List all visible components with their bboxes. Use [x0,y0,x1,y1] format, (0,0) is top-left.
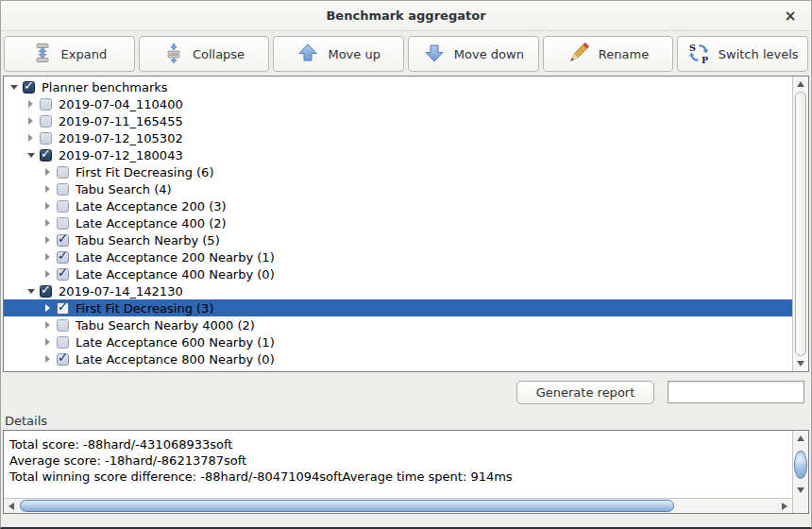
tree-checkbox[interactable] [57,319,69,332]
tree-checkbox[interactable] [57,234,69,247]
tree-checkbox[interactable] [57,353,69,366]
tree-row-label: Tabu Search Nearby (5) [76,233,220,247]
tree-row[interactable]: Tabu Search Nearby 4000 (2) [4,316,792,333]
tree-expander-icon[interactable] [25,117,37,125]
tree-expander-icon[interactable] [42,304,54,312]
tree-row[interactable]: 2019-07-12_180043 [4,146,792,163]
collapse-button-label: Collapse [193,47,245,61]
tree-checkbox[interactable] [57,336,69,349]
tree-expander-icon[interactable] [8,85,20,90]
tree-checkbox[interactable] [40,149,52,162]
move-up-button[interactable]: Move up [273,36,404,72]
collapse-icon [163,43,184,66]
tree-row[interactable]: Late Acceptance 200 (3) [4,197,792,214]
tree-row-label: Late Acceptance 400 Nearby (0) [76,267,275,282]
tree-expander-icon[interactable] [42,253,54,261]
tree-checkbox[interactable] [23,81,35,94]
details-hscroll-thumb[interactable] [20,500,674,512]
tree-checkbox[interactable] [57,183,69,196]
tree-expander-icon[interactable] [42,355,54,363]
tree-row[interactable]: First Fit Decreasing (6) [4,163,792,180]
tree-row[interactable]: 2019-07-11_165455 [4,112,792,129]
tree-expander-icon[interactable] [42,202,54,210]
tree-row-label: Late Acceptance 200 (3) [76,199,227,213]
tree-row-label: 2019-07-11_165455 [59,114,183,128]
tree-row[interactable]: Late Acceptance 200 Nearby (1) [4,248,792,265]
tree-expander-icon[interactable] [25,153,37,158]
switch-levels-button[interactable]: S P Switch levels [677,36,808,72]
tree-row[interactable]: Late Acceptance 800 Nearby (0) [4,350,792,367]
scroll-up-icon[interactable] [793,77,808,92]
rename-icon [567,42,590,67]
tree-row-label: First Fit Decreasing (3) [76,301,213,316]
tree-row[interactable]: Planner benchmarks [4,78,792,95]
tree-row[interactable]: 2019-07-12_105302 [4,129,792,146]
tree-expander-icon[interactable] [25,289,37,294]
tree-row-label: Tabu Search Nearby 4000 (2) [76,318,255,333]
details-vertical-scrollbar[interactable] [792,431,808,513]
details-scroll-left-icon[interactable] [4,499,19,513]
tree-row-label: Planner benchmarks [42,80,168,94]
tree-row[interactable]: 2019-07-04_110400 [4,95,792,112]
tree-row-label: Late Acceptance 400 (2) [76,216,227,230]
tree-vertical-scrollbar[interactable] [792,77,808,371]
tree-row-label: 2019-07-04_110400 [59,97,183,111]
tree-rows: Planner benchmarks 2019-07-04_110400 201… [4,77,792,371]
tree-expander-icon[interactable] [25,134,37,142]
rename-button-label: Rename [599,47,649,61]
switch-levels-button-label: Switch levels [719,47,799,61]
details-vscroll-thumb[interactable] [794,451,807,479]
tree-checkbox[interactable] [40,285,52,298]
expand-button[interactable]: Expand [4,36,135,72]
expand-icon [32,43,53,66]
tree-expander-icon[interactable] [42,219,54,227]
tree-expander-icon[interactable] [25,100,37,108]
details-text: Total score: -88hard/-431068933soft Aver… [4,431,792,498]
switch-levels-icon: S P [687,42,710,67]
tree-expander-icon[interactable] [42,321,54,329]
move-up-button-label: Move up [328,47,381,61]
tree-row-label: 2019-07-12_180043 [59,148,183,162]
toolbar: Expand Collapse [1,31,811,76]
tree-row[interactable]: First Fit Decreasing (3) [4,299,792,316]
details-label: Details [1,412,811,430]
tree-row[interactable]: Late Acceptance 600 Nearby (1) [4,333,792,350]
tree-expander-icon[interactable] [42,168,54,176]
tree-expander-icon[interactable] [42,270,54,278]
tree-checkbox[interactable] [57,302,69,315]
details-scroll-right-icon[interactable] [777,499,792,513]
tree-checkbox[interactable] [40,132,52,145]
tree-expander-icon[interactable] [42,236,54,244]
close-icon[interactable]: × [782,8,799,25]
tree-row[interactable]: Tabu Search (4) [4,180,792,197]
benchmark-tree-panel: Planner benchmarks 2019-07-04_110400 201… [3,76,809,372]
report-row: Generate report [1,372,811,412]
details-horizontal-scrollbar[interactable] [4,498,792,513]
tree-row[interactable]: Late Acceptance 400 (2) [4,214,792,231]
tree-checkbox[interactable] [57,251,69,264]
scroll-down-icon[interactable] [793,356,808,371]
move-down-button[interactable]: Move down [408,36,539,72]
tree-row[interactable]: Tabu Search Nearby (5) [4,231,792,248]
tree-checkbox[interactable] [57,200,69,213]
details-scroll-down-icon[interactable] [793,483,808,498]
generate-report-button[interactable]: Generate report [516,381,654,404]
tree-checkbox[interactable] [57,166,69,179]
tree-expander-icon[interactable] [42,185,54,193]
tree-scrollbar-thumb[interactable] [795,92,806,356]
tree-row[interactable]: Late Acceptance 400 Nearby (0) [4,265,792,282]
tree-row[interactable]: 2019-07-14_142130 [4,282,792,299]
report-progress-field[interactable] [668,381,804,403]
titlebar: Benchmark aggregator × [1,1,811,31]
tree-row-label: Late Acceptance 800 Nearby (0) [76,352,275,367]
move-down-icon [423,42,446,67]
svg-text:S: S [689,42,696,52]
collapse-button[interactable]: Collapse [139,36,270,72]
tree-checkbox[interactable] [40,115,52,128]
rename-button[interactable]: Rename [543,36,674,72]
tree-checkbox[interactable] [57,217,69,230]
tree-expander-icon[interactable] [42,338,54,346]
details-scroll-up-icon[interactable] [793,431,808,446]
tree-checkbox[interactable] [40,98,52,111]
tree-checkbox[interactable] [57,268,69,281]
